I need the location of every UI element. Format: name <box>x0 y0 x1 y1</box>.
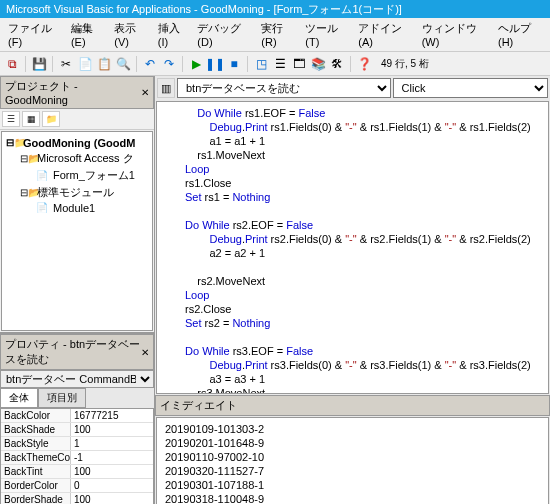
view-code-icon[interactable]: ☰ <box>2 111 20 127</box>
break-icon[interactable]: ❚❚ <box>207 56 223 72</box>
access-icon[interactable]: ⧉ <box>4 56 20 72</box>
procedure-dropdown[interactable]: Click <box>393 78 548 98</box>
project-pane-title: プロジェクト - GoodMoning ✕ <box>0 76 154 109</box>
properties-tabs: 全体 項目別 <box>0 388 154 408</box>
tree-item[interactable]: ⊟📁GoodMoning (GoodM <box>4 136 150 150</box>
menu-item[interactable]: ヘルプ(H) <box>494 20 546 49</box>
menu-item[interactable]: ファイル(F) <box>4 20 65 49</box>
properties-icon[interactable]: 🗔 <box>291 56 307 72</box>
property-row[interactable]: BackStyle1 <box>1 437 153 451</box>
tree-item[interactable]: 📄Form_フォーム1 <box>4 167 150 184</box>
title-bar: Microsoft Visual Basic for Applications … <box>0 0 550 18</box>
toolbox-icon[interactable]: 🛠 <box>329 56 345 72</box>
menu-item[interactable]: 表示(V) <box>110 20 151 49</box>
help-icon[interactable]: ❓ <box>356 56 372 72</box>
code-icon: ▥ <box>157 78 175 98</box>
object-browser-icon[interactable]: 📚 <box>310 56 326 72</box>
undo-icon[interactable]: ↶ <box>142 56 158 72</box>
cursor-position: 49 行, 5 桁 <box>375 57 435 71</box>
object-dropdown[interactable]: btnデータベースを読む <box>177 78 391 98</box>
project-toolbar: ☰ ▦ 📁 <box>0 109 154 130</box>
design-icon[interactable]: ◳ <box>253 56 269 72</box>
properties-object-select[interactable]: btnデータベー CommandBut <box>0 370 154 388</box>
copy-icon[interactable]: 📄 <box>77 56 93 72</box>
app-title: Microsoft Visual Basic for Applications … <box>6 2 402 17</box>
folder-toggle-icon[interactable]: 📁 <box>42 111 60 127</box>
properties-grid[interactable]: BackColor16777215BackShade100BackStyle1B… <box>0 408 154 504</box>
properties-pane-title: プロパティ - btnデータベースを読む ✕ <box>0 334 154 370</box>
tree-item[interactable]: 📄Module1 <box>4 201 150 215</box>
property-row[interactable]: BackThemeCo-1 <box>1 451 153 465</box>
project-tree[interactable]: ⊟📁GoodMoning (GoodM⊟📂Microsoft Access ク📄… <box>1 131 153 331</box>
property-row[interactable]: BackShade100 <box>1 423 153 437</box>
menu-item[interactable]: 実行(R) <box>257 20 299 49</box>
close-icon[interactable]: ✕ <box>141 347 149 358</box>
redo-icon[interactable]: ↷ <box>161 56 177 72</box>
reset-icon[interactable]: ■ <box>226 56 242 72</box>
toolbar: ⧉ 💾 ✂ 📄 📋 🔍 ↶ ↷ ▶ ❚❚ ■ ◳ ☰ 🗔 📚 🛠 ❓ 49 行,… <box>0 52 550 76</box>
view-object-icon[interactable]: ▦ <box>22 111 40 127</box>
menu-item[interactable]: 編集(E) <box>67 20 108 49</box>
menu-item[interactable]: ウィンドウ(W) <box>418 20 492 49</box>
run-icon[interactable]: ▶ <box>188 56 204 72</box>
find-icon[interactable]: 🔍 <box>115 56 131 72</box>
menu-bar: ファイル(F)編集(E)表示(V)挿入(I)デバッグ(D)実行(R)ツール(T)… <box>0 18 550 52</box>
menu-item[interactable]: デバッグ(D) <box>193 20 255 49</box>
tree-item[interactable]: ⊟📂標準モジュール <box>4 184 150 201</box>
property-row[interactable]: BorderColor0 <box>1 479 153 493</box>
code-editor[interactable]: Do While rs1.EOF = False Debug.Print rs1… <box>156 101 549 394</box>
property-row[interactable]: BackTint100 <box>1 465 153 479</box>
tab-category[interactable]: 項目別 <box>38 388 86 408</box>
property-row[interactable]: BackColor16777215 <box>1 409 153 423</box>
menu-item[interactable]: 挿入(I) <box>154 20 192 49</box>
menu-item[interactable]: アドイン(A) <box>354 20 415 49</box>
close-icon[interactable]: ✕ <box>141 87 149 98</box>
menu-item[interactable]: ツール(T) <box>301 20 352 49</box>
immediate-window[interactable]: 20190109-101303-220190201-101648-9201901… <box>156 417 549 504</box>
project-explorer-icon[interactable]: ☰ <box>272 56 288 72</box>
tree-item[interactable]: ⊟📂Microsoft Access ク <box>4 150 150 167</box>
cut-icon[interactable]: ✂ <box>58 56 74 72</box>
immediate-title: イミディエイト <box>155 395 550 416</box>
tab-all[interactable]: 全体 <box>0 388 38 408</box>
code-header: ▥ btnデータベースを読む Click <box>155 76 550 100</box>
save-icon[interactable]: 💾 <box>31 56 47 72</box>
paste-icon[interactable]: 📋 <box>96 56 112 72</box>
property-row[interactable]: BorderShade100 <box>1 493 153 504</box>
